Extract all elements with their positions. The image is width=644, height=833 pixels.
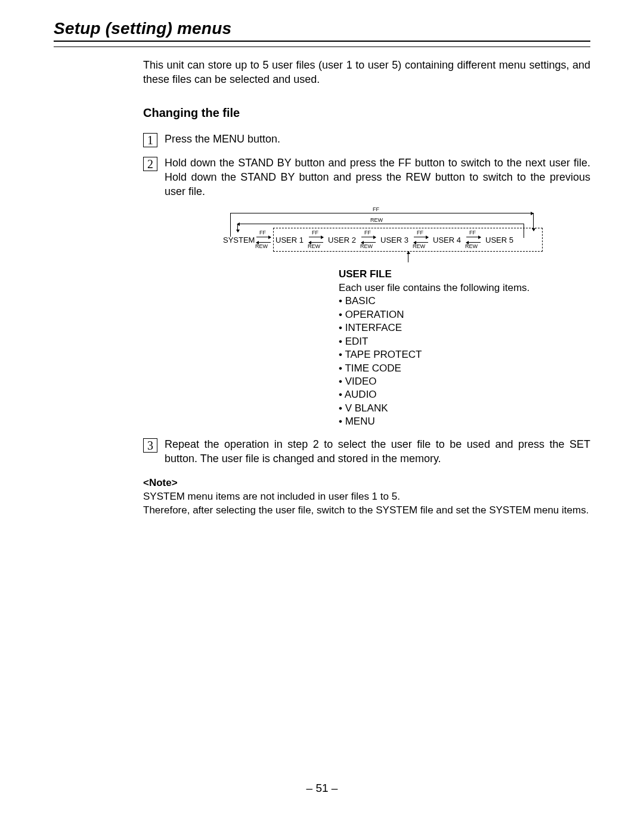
user-file-list: BASIC OPERATION INTERFACE EDIT TAPE PROT… (339, 295, 590, 428)
note-heading: <Note> (143, 477, 178, 488)
note-body: SYSTEM menu items are not included in us… (143, 490, 590, 518)
user-file-item: OPERATION (339, 308, 590, 321)
user-file-item: TIME CODE (339, 362, 590, 375)
diagram-ff-top-arrow (230, 213, 533, 213)
diagram-rew-top-arrow (237, 224, 524, 224)
step-1: 1 Press the MENU button. (143, 132, 590, 147)
step-3: 3 Repeat the operation in step 2 to sele… (143, 437, 590, 466)
user-file-heading: USER FILE (339, 268, 590, 281)
title-rule-thin (54, 47, 590, 47)
step-3-number: 3 (143, 438, 157, 453)
diagram-rew-0: REW (255, 243, 268, 250)
user-file-section: USER FILE Each user file contains the fo… (339, 268, 590, 428)
step-2: 2 Hold down the STAND BY button and pres… (143, 156, 590, 199)
step-1-text: Press the MENU button. (165, 132, 590, 146)
title-rule-thick (54, 41, 590, 42)
user-file-item: INTERFACE (339, 321, 590, 335)
step-1-number: 1 (143, 133, 157, 147)
diagram-rew-3: REW (413, 243, 425, 250)
diagram-node-user1: USER 1 (275, 235, 304, 246)
diagram-ff-3: FF (417, 229, 423, 236)
diagram-node-user5: USER 5 (485, 235, 513, 246)
user-file-item: TAPE PROTECT (339, 348, 590, 361)
user-file-item: EDIT (339, 335, 590, 348)
note-section: <Note> SYSTEM menu items are not include… (143, 476, 590, 518)
page: Setup (setting) menus This unit can stor… (0, 0, 644, 833)
diagram-rew-1: REW (308, 243, 320, 250)
content: This unit can store up to 5 user files (… (143, 58, 590, 518)
step-2-text: Hold down the STAND BY button and press … (165, 156, 590, 199)
diagram-node-user4: USER 4 (433, 235, 461, 246)
page-number: – 51 – (0, 782, 644, 795)
user-file-desc: Each user file contains the following it… (339, 281, 590, 295)
diagram-rew-left-drop (237, 224, 238, 232)
diagram-ff-1: FF (312, 229, 318, 236)
step-3-text: Repeat the operation in step 2 to select… (165, 437, 590, 466)
user-file-item: MENU (339, 415, 590, 428)
diagram-node-user2: USER 2 (328, 235, 356, 246)
user-file-item: V BLANK (339, 402, 590, 415)
user-file-diagram: FF REW SYSTEM FF REW USE (219, 207, 590, 261)
diagram-rew-2: REW (360, 243, 373, 250)
diagram-pointer-up (408, 252, 408, 262)
diagram-ff-left-drop (230, 213, 231, 237)
user-file-item: AUDIO (339, 388, 590, 401)
diagram-rew-top-label: REW (370, 216, 383, 224)
diagram-ff-top-label: FF (373, 206, 379, 213)
diagram-ff-4: FF (469, 229, 476, 236)
changing-file-heading: Changing the file (143, 105, 590, 121)
diagram-ff-2: FF (364, 229, 371, 236)
diagram-ff-0: FF (259, 229, 266, 236)
step-2-number: 2 (143, 157, 157, 171)
user-file-item: BASIC (339, 295, 590, 308)
diagram-node-system: SYSTEM (223, 235, 255, 246)
diagram-rew-4: REW (465, 243, 478, 250)
diagram-node-user3: USER 3 (380, 235, 408, 246)
user-file-item: VIDEO (339, 375, 590, 388)
page-title: Setup (setting) menus (54, 19, 590, 38)
intro-paragraph: This unit can store up to 5 user files (… (143, 58, 590, 87)
